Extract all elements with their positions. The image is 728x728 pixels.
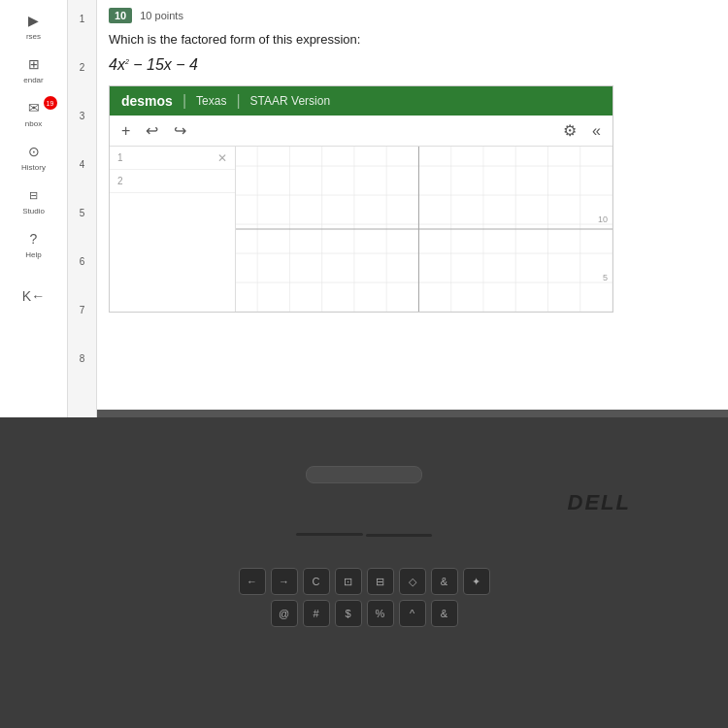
graph-svg (236, 147, 612, 312)
trackpad[interactable] (306, 466, 422, 483)
desmos-version: STAAR Version (250, 94, 330, 108)
key-caret[interactable]: ^ (399, 600, 426, 627)
content-panel: 10 10 points Which is the factored form … (97, 0, 728, 417)
sidebar-courses-label: rses (26, 32, 41, 41)
question-number-badge: 10 (109, 8, 132, 23)
q-num-8: 8 (80, 349, 85, 398)
sidebar-studio-label: Studio (22, 207, 45, 215)
desmos-graph-area: 1 ✕ 2 (110, 147, 612, 312)
q-num-5: 5 (80, 204, 85, 252)
key-refresh[interactable]: C (303, 568, 330, 595)
q-num-4: 4 (80, 155, 85, 204)
points-label: 10 points (140, 10, 183, 21)
speaker-line-2 (366, 534, 433, 537)
q-num-2: 2 (80, 58, 85, 107)
q-num-7: 7 (80, 301, 85, 349)
add-expression-button[interactable]: + (117, 120, 134, 142)
key-ampersand[interactable]: & (431, 568, 458, 595)
speaker-line-1 (296, 533, 363, 536)
key-star[interactable]: ✦ (463, 568, 490, 595)
key-brightness[interactable]: ◇ (399, 568, 426, 595)
laptop-bottom: DELL ← → C ⊡ ⊟ ◇ & ✦ @ # $ % ^ (0, 417, 728, 728)
sidebar-item-back[interactable]: K← (5, 281, 63, 312)
left-sidebar: ▶ rses ⊞ endar 19 ✉ nbox ⊙ History ⊟ (0, 0, 68, 417)
q-num-3: 3 (80, 107, 85, 155)
desmos-header: desmos | Texas | STAAR Version (110, 86, 612, 116)
key-fullscreen[interactable]: ⊟ (367, 568, 394, 595)
x-axis-label-10: 10 (598, 215, 608, 224)
sidebar-item-history[interactable]: ⊙ History (5, 136, 63, 178)
keyboard-row-2: @ # $ % ^ & (29, 600, 699, 627)
settings-button[interactable]: ⚙ (559, 119, 580, 142)
desmos-toolbar: + ↩ ↪ ⚙ « (110, 116, 612, 147)
sidebar-item-studio[interactable]: ⊟ Studio (5, 180, 63, 221)
desmos-region: Texas (196, 94, 226, 108)
input-num-2: 2 (117, 176, 127, 186)
sidebar-item-inbox[interactable]: 19 ✉ nbox (5, 92, 63, 134)
question-header: 10 10 points (109, 8, 716, 23)
key-at[interactable]: @ (271, 600, 298, 627)
courses-icon: ▶ (22, 11, 46, 30)
close-expression-1[interactable]: ✕ (217, 151, 227, 165)
sidebar-item-help[interactable]: ? Help (5, 223, 63, 265)
key-screenshot[interactable]: ⊡ (335, 568, 362, 595)
key-percent[interactable]: % (367, 600, 394, 627)
desmos-input-1[interactable]: 1 ✕ (110, 147, 235, 170)
inbox-icon: ✉ (22, 98, 46, 117)
question-number-column: 1 2 3 4 5 6 7 8 (68, 0, 97, 417)
q-num-1: 1 (80, 10, 85, 58)
sidebar-item-courses[interactable]: ▶ rses (5, 5, 63, 47)
sidebar-help-label: Help (25, 250, 41, 259)
desmos-input-2[interactable]: 2 (110, 170, 235, 193)
calendar-icon: ⊞ (22, 54, 46, 74)
x-axis-label-5: 5 (603, 273, 608, 282)
laptop-body: ▶ rses ⊞ endar 19 ✉ nbox ⊙ History ⊟ (0, 0, 728, 728)
question-text: Which is the factored form of this expre… (109, 31, 716, 49)
sidebar-item-calendar[interactable]: ⊞ endar (5, 49, 63, 90)
collapse-button[interactable]: « (588, 120, 605, 142)
sidebar-history-label: History (21, 163, 46, 172)
sidebar-item-7 (5, 267, 63, 279)
desmos-graph-grid[interactable]: 10 5 (236, 147, 612, 312)
help-icon: ? (22, 229, 46, 248)
keyboard-row-1: ← → C ⊡ ⊟ ◇ & ✦ (29, 568, 699, 595)
key-dollar[interactable]: $ (335, 600, 362, 627)
key-amp2[interactable]: & (431, 600, 458, 627)
dell-logo: DELL (568, 490, 631, 515)
math-expression: 4x2 − 15x − 4 (109, 56, 716, 74)
key-left-arrow[interactable]: ← (239, 568, 266, 595)
key-right-arrow[interactable]: → (271, 568, 298, 595)
speaker-grille (296, 529, 432, 539)
history-icon: ⊙ (22, 142, 46, 161)
q-num-6: 6 (80, 252, 85, 301)
desmos-divider2: | (236, 92, 240, 110)
sidebar-calendar-label: endar (23, 76, 43, 84)
desmos-inputs-panel: 1 ✕ 2 (110, 147, 236, 312)
input-num-1: 1 (117, 152, 127, 163)
desmos-divider: | (182, 92, 186, 110)
sidebar-inbox-label: nbox (25, 119, 42, 128)
screen-area: ▶ rses ⊞ endar 19 ✉ nbox ⊙ History ⊟ (0, 0, 728, 417)
back-icon: K← (22, 286, 46, 306)
desmos-calculator: desmos | Texas | STAAR Version + ↩ ↪ ⚙ « (109, 85, 613, 313)
key-hash[interactable]: # (303, 600, 330, 627)
desmos-logo: desmos (121, 93, 173, 109)
redo-button[interactable]: ↪ (170, 119, 190, 142)
inbox-badge: 19 (44, 96, 57, 110)
studio-icon: ⊟ (22, 185, 46, 205)
keyboard-area: ← → C ⊡ ⊟ ◇ & ✦ @ # $ % ^ & (29, 568, 699, 723)
undo-button[interactable]: ↩ (142, 119, 162, 142)
